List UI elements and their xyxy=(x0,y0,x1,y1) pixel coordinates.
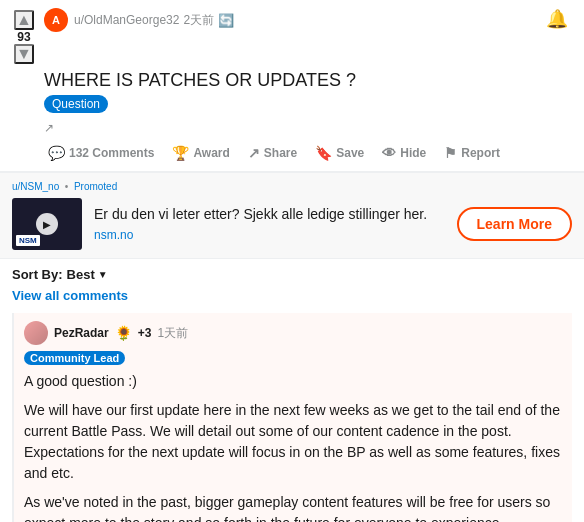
award-label: Award xyxy=(193,146,229,160)
ad-promoter[interactable]: u/NSM_no xyxy=(12,181,59,192)
comments-label: 132 Comments xyxy=(69,146,154,160)
save-icon: 🔖 xyxy=(315,145,332,161)
post-flair[interactable]: Question xyxy=(44,95,108,113)
comment-author-icon: 🌻 xyxy=(115,325,132,341)
vote-column: ▲ 93 ▼ xyxy=(12,10,36,64)
crosspost-icon: 🔄 xyxy=(218,13,234,28)
award-button[interactable]: 🏆 Award xyxy=(164,139,237,167)
ad-domain[interactable]: nsm.no xyxy=(94,228,133,242)
post-score: 93 xyxy=(17,30,30,44)
comments-button[interactable]: 💬 132 Comments xyxy=(40,139,162,167)
ad-section: u/NSM_no • Promoted ▶ NSM Er du den vi l… xyxy=(0,172,584,259)
post-title-row: WHERE IS PATCHES OR UPDATES ? xyxy=(0,68,584,95)
ad-body: Er du den vi leter etter? Sjekk alle led… xyxy=(94,206,445,242)
avatar-image xyxy=(24,321,48,345)
report-button[interactable]: ⚑ Report xyxy=(436,139,508,167)
view-all-comments-link[interactable]: View all comments xyxy=(12,288,572,303)
learn-more-button[interactable]: Learn More xyxy=(457,207,572,241)
ad-label: u/NSM_no • Promoted xyxy=(12,181,572,192)
upvote-button[interactable]: ▲ xyxy=(14,10,34,30)
post-link-arrow[interactable]: ↗ xyxy=(0,119,584,135)
comment-flair[interactable]: Community Lead xyxy=(24,351,125,365)
nsm-logo: NSM xyxy=(16,235,40,246)
ad-cta: Learn More xyxy=(457,207,572,241)
report-label: Report xyxy=(461,146,500,160)
ad-content: ▶ NSM Er du den vi leter etter? Sjekk al… xyxy=(12,198,572,250)
comment-author[interactable]: PezRadar xyxy=(54,326,109,340)
sort-bar: Sort By: Best ▼ xyxy=(12,267,572,282)
comments-section: Sort By: Best ▼ View all comments PezRad… xyxy=(0,259,584,522)
comment-paragraph-1: A good question :) xyxy=(24,371,560,392)
post-author[interactable]: u/OldManGeorge32 xyxy=(74,13,179,27)
play-button[interactable]: ▶ xyxy=(36,213,58,235)
action-bar: 💬 132 Comments 🏆 Award ↗ Share 🔖 Save 👁 … xyxy=(0,135,584,172)
ad-text: Er du den vi leter etter? Sjekk alle led… xyxy=(94,206,445,222)
comment-paragraph-3: As we've noted in the past, bigger gamep… xyxy=(24,492,560,522)
ad-promoted-text: Promoted xyxy=(74,181,117,192)
comment-item: PezRadar 🌻 +3 1天前 Community Lead A good … xyxy=(12,313,572,522)
comment-age: 1天前 xyxy=(157,325,188,342)
comment-body: A good question :) We will have our firs… xyxy=(24,371,560,522)
hide-icon: 👁 xyxy=(382,145,396,161)
hide-button[interactable]: 👁 Hide xyxy=(374,139,434,167)
comment-avatar xyxy=(24,321,48,345)
post-time: 2天前 xyxy=(183,12,214,29)
save-button[interactable]: 🔖 Save xyxy=(307,139,372,167)
award-icon: 🏆 xyxy=(172,145,189,161)
comment-header: PezRadar 🌻 +3 1天前 xyxy=(24,321,560,345)
sort-button[interactable]: Best ▼ xyxy=(67,267,108,282)
notification-bell[interactable]: 🔔 xyxy=(542,8,572,30)
share-icon: ↗ xyxy=(248,145,260,161)
comments-icon: 💬 xyxy=(48,145,65,161)
downvote-button[interactable]: ▼ xyxy=(14,44,34,64)
comment-score: +3 xyxy=(138,326,152,340)
share-button[interactable]: ↗ Share xyxy=(240,139,305,167)
sort-value: Best xyxy=(67,267,95,282)
report-icon: ⚑ xyxy=(444,145,457,161)
hide-label: Hide xyxy=(400,146,426,160)
sort-label: Sort By: xyxy=(12,267,63,282)
post-header: ▲ 93 ▼ A u/OldManGeorge32 2天前 🔄 🔔 xyxy=(0,0,584,68)
share-label: Share xyxy=(264,146,297,160)
sort-chevron-icon: ▼ xyxy=(98,269,108,280)
ad-thumbnail[interactable]: ▶ NSM xyxy=(12,198,82,250)
post-meta: A u/OldManGeorge32 2天前 🔄 xyxy=(44,8,534,32)
post-title: WHERE IS PATCHES OR UPDATES ? xyxy=(44,70,572,91)
comment-paragraph-2: We will have our first update here in th… xyxy=(24,400,560,484)
avatar: A xyxy=(44,8,68,32)
save-label: Save xyxy=(336,146,364,160)
